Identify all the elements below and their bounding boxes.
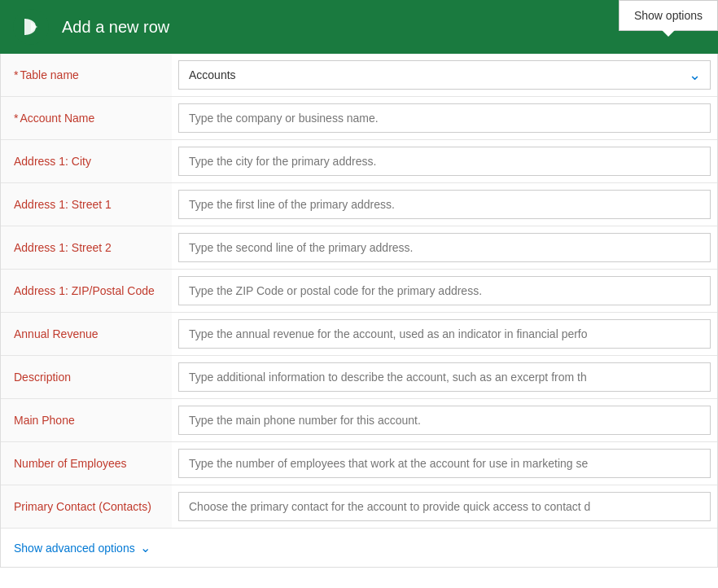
description-input-container: [172, 356, 717, 398]
primary-contact-row: Primary Contact (Contacts): [1, 485, 717, 529]
annual-revenue-input-container: [172, 313, 717, 355]
form-container: * Table name Accounts ⌄ * Account Name A…: [0, 54, 718, 568]
address-street1-label: Address 1: Street 1: [1, 183, 172, 226]
page-header: Add a new row Show options: [0, 0, 718, 54]
main-phone-label: Main Phone: [1, 399, 172, 441]
address-city-label: Address 1: City: [1, 140, 172, 182]
show-options-container: Show options: [619, 0, 718, 31]
annual-revenue-label: Annual Revenue: [1, 313, 172, 355]
show-options-button[interactable]: Show options: [619, 0, 718, 31]
main-phone-input-container: [172, 399, 717, 441]
address-street1-input[interactable]: [178, 190, 711, 219]
main-phone-input[interactable]: [178, 406, 711, 435]
address-city-input-container: [172, 140, 717, 182]
address-city-input[interactable]: [178, 147, 711, 176]
num-employees-input-container: [172, 442, 717, 485]
address-zip-input-container: [172, 270, 717, 312]
chevron-down-icon-advanced: ⌄: [140, 540, 151, 555]
annual-revenue-row: Annual Revenue: [1, 313, 717, 356]
main-phone-row: Main Phone: [1, 399, 717, 442]
description-input[interactable]: [178, 362, 711, 392]
address-city-row: Address 1: City: [1, 140, 717, 183]
num-employees-input[interactable]: [178, 449, 711, 478]
required-star: *: [14, 68, 18, 81]
table-name-label: * Table name: [1, 54, 172, 96]
address-zip-input[interactable]: [178, 276, 711, 305]
account-name-label: * Account Name: [1, 97, 172, 139]
address-street2-row: Address 1: Street 2: [1, 226, 717, 270]
address-street1-row: Address 1: Street 1: [1, 183, 717, 226]
address-street1-input-container: [172, 183, 717, 226]
show-advanced-options[interactable]: Show advanced options ⌄: [1, 529, 717, 567]
required-star-2: *: [14, 112, 18, 125]
address-street2-label: Address 1: Street 2: [1, 226, 172, 269]
page-title: Add a new row: [62, 18, 169, 37]
address-street2-input-container: [172, 226, 717, 269]
address-street2-input[interactable]: [178, 233, 711, 262]
primary-contact-input[interactable]: [178, 492, 711, 521]
description-row: Description: [1, 356, 717, 399]
description-label: Description: [1, 356, 172, 398]
show-advanced-label: Show advanced options: [14, 542, 135, 555]
num-employees-row: Number of Employees: [1, 442, 717, 485]
account-name-input[interactable]: [178, 103, 711, 133]
annual-revenue-input[interactable]: [178, 319, 711, 349]
primary-contact-input-container: [172, 485, 717, 528]
num-employees-label: Number of Employees: [1, 442, 172, 485]
table-name-select[interactable]: Accounts: [178, 60, 711, 90]
account-name-input-container: [172, 97, 717, 139]
account-name-row: * Account Name: [1, 97, 717, 140]
table-name-row: * Table name Accounts ⌄: [1, 54, 717, 97]
address-zip-row: Address 1: ZIP/Postal Code: [1, 270, 717, 313]
address-zip-label: Address 1: ZIP/Postal Code: [1, 270, 172, 312]
dynamics365-logo: [13, 9, 49, 45]
table-name-select-container: Accounts ⌄: [172, 54, 717, 96]
primary-contact-label: Primary Contact (Contacts): [1, 485, 172, 528]
